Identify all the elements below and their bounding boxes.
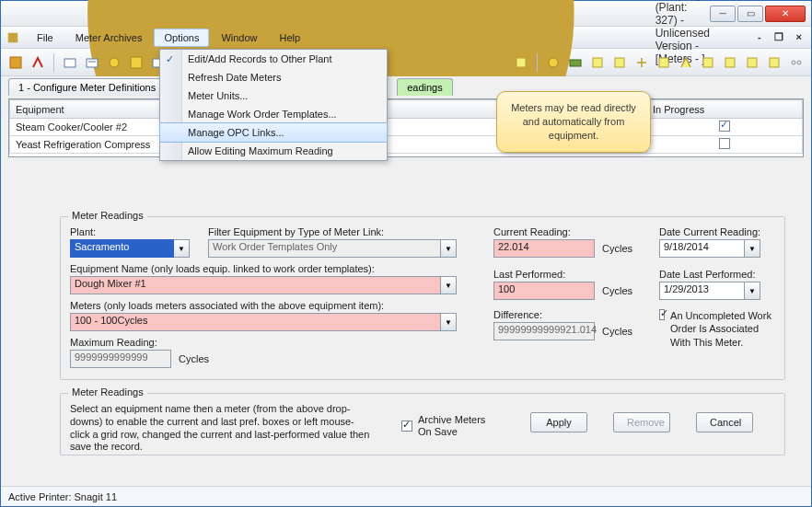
tool-icon-1[interactable] (6, 53, 25, 72)
svg-rect-24 (725, 58, 735, 67)
menu-meter-units[interactable]: Meter Units... (160, 86, 387, 105)
minimize-button[interactable]: ─ (710, 6, 736, 22)
menu-manage-work-order-templates[interactable]: Manage Work Order Templates... (160, 105, 387, 123)
fieldset-legend: Meter Readings (68, 386, 147, 398)
tool-icon-3[interactable] (61, 53, 79, 72)
svg-rect-4 (87, 59, 98, 67)
meters-label: Meters (only loads meters associated wit… (70, 300, 384, 311)
table-row[interactable]: Steam Cooker/Cooler #2 5/11/2016 42 (10, 119, 803, 136)
current-reading-units: Cycles (602, 243, 632, 254)
dropdown-arrow-icon[interactable]: ▼ (441, 239, 457, 258)
filter-combo[interactable]: Work Order Templates Only ▼ (208, 239, 457, 258)
table-row[interactable]: Yeast Refrigeration Compress 1/29/2013 0… (10, 136, 803, 154)
archive-meters-label: Archive Meters On Save (418, 414, 492, 438)
tab-readings[interactable]: eadings (397, 78, 453, 96)
tool-icon-right-1[interactable] (512, 53, 530, 72)
tool-icon-right-12[interactable] (765, 53, 783, 72)
plant-combo[interactable]: Sacramento ▼ (70, 239, 190, 258)
tool-icon-right-9[interactable] (699, 53, 717, 72)
options-dropdown: ✓Edit/Add Records to Other Plant Refresh… (159, 49, 388, 161)
tool-icon-right-13[interactable] (787, 53, 806, 72)
maximize-button[interactable]: ▭ (737, 6, 763, 22)
mdi-restore-button[interactable]: ❐ (771, 31, 787, 43)
plant-label: Plant: (70, 226, 96, 237)
apply-button[interactable]: Apply (530, 412, 587, 432)
tool-icon-right-2[interactable] (544, 53, 563, 72)
checkbox-icon[interactable] (719, 121, 730, 132)
status-printer: Active Printer: Snagit 11 (8, 491, 117, 502)
max-reading-label: Maximum Reading: (70, 337, 157, 348)
current-reading-field[interactable]: 22.014 (493, 239, 595, 258)
svg-rect-25 (748, 58, 757, 67)
svg-rect-2 (10, 57, 21, 68)
tool-icon-right-6[interactable] (632, 53, 651, 72)
dropdown-arrow-icon[interactable]: ▼ (745, 282, 760, 300)
app-window: Tastee Baking Company - (Plant: 327) - U… (0, 0, 812, 507)
archive-meters-checkbox[interactable] (401, 421, 412, 432)
meters-grid[interactable]: Equipment Reading Date Last P um Meter I… (8, 98, 804, 157)
meter-readings-fieldset: Meter Readings Plant: Sacramento ▼ Filte… (60, 216, 785, 380)
dropdown-arrow-icon[interactable]: ▼ (174, 239, 190, 258)
menu-manage-opc-links[interactable]: Manage OPC Links... (159, 122, 388, 143)
max-reading-field[interactable]: 9999999999999 (70, 350, 171, 368)
svg-point-6 (110, 58, 119, 67)
tool-icon-right-7[interactable] (655, 53, 673, 72)
svg-point-28 (797, 61, 801, 64)
svg-point-27 (792, 61, 795, 64)
meters-value: 100 - 100Cycles (70, 313, 441, 331)
close-button[interactable]: ✕ (765, 6, 806, 22)
last-performed-label: Last Performed: (493, 269, 565, 280)
remove-button[interactable]: Remove (613, 412, 670, 432)
svg-rect-17 (516, 58, 526, 67)
dropdown-arrow-icon[interactable]: ▼ (441, 276, 457, 294)
menu-allow-editing-max-reading[interactable]: Allow Editing Maximum Reading (160, 142, 387, 160)
col-in-progress[interactable]: In Progress (647, 100, 803, 119)
menu-help[interactable]: Help (270, 29, 311, 47)
tool-icon-right-8[interactable] (677, 53, 695, 72)
info-callout: Meters may be read directly and automati… (496, 91, 651, 153)
tool-icon-right-11[interactable] (743, 53, 761, 72)
dropdown-arrow-icon[interactable]: ▼ (441, 313, 457, 331)
client-area: 1 - Configure Meter Definitions eadings … (1, 76, 811, 486)
tool-icon-5[interactable] (105, 53, 123, 72)
menu-file[interactable]: File (27, 29, 64, 47)
menu-options[interactable]: Options (154, 29, 209, 47)
tool-icon-4[interactable] (83, 53, 101, 72)
tool-icon-right-10[interactable] (721, 53, 739, 72)
tool-icon-right-4[interactable] (588, 53, 607, 72)
tool-icon-6[interactable] (127, 53, 145, 72)
menu-refresh-date-meters[interactable]: Refresh Date Meters (160, 68, 387, 86)
menu-window[interactable]: Window (211, 29, 267, 47)
last-performed-field[interactable]: 100 (493, 282, 595, 300)
titlebar: Tastee Baking Company - (Plant: 327) - U… (1, 1, 811, 27)
date-last-performed-value: 1/29/2013 (659, 282, 745, 300)
help-text: Select an equipment name then a meter (f… (70, 403, 374, 454)
dropdown-arrow-icon[interactable]: ▼ (745, 239, 760, 258)
checkbox-icon[interactable] (719, 138, 730, 149)
last-performed-units: Cycles (602, 285, 632, 296)
date-last-performed-label: Date Last Performed: (659, 269, 756, 280)
cell-in-progress (647, 136, 803, 154)
mdi-close-button[interactable]: × (793, 31, 806, 43)
menu-edit-add-records[interactable]: ✓Edit/Add Records to Other Plant (160, 50, 387, 68)
cell-in-progress (647, 119, 803, 136)
mdi-minimize-button[interactable]: - (754, 31, 765, 43)
difference-field: 99999999999921.014 (493, 322, 595, 340)
associated-workorder-checkbox[interactable] (659, 309, 665, 320)
svg-rect-1 (8, 32, 18, 42)
menu-meter-archives[interactable]: Meter Archives (65, 29, 153, 47)
date-last-performed-combo[interactable]: 1/29/2013 ▼ (659, 282, 760, 300)
date-current-reading-label: Date Current Reading: (659, 226, 760, 237)
cancel-button[interactable]: Cancel (696, 412, 753, 432)
equipment-name-combo[interactable]: Dough Mixer #1 ▼ (70, 276, 457, 294)
svg-rect-19 (570, 60, 581, 66)
meters-combo[interactable]: 100 - 100Cycles ▼ (70, 313, 457, 331)
toolbar-separator (53, 53, 54, 72)
date-current-reading-combo[interactable]: 9/18/2014 ▼ (659, 239, 760, 258)
tool-icon-right-3[interactable] (566, 53, 585, 72)
tool-icon-2[interactable] (29, 53, 47, 72)
tool-icon-right-5[interactable] (610, 53, 629, 72)
filter-value: Work Order Templates Only (208, 239, 441, 258)
tab-configure-meters[interactable]: 1 - Configure Meter Definitions (8, 78, 166, 96)
date-current-reading-value: 9/18/2014 (659, 239, 745, 258)
